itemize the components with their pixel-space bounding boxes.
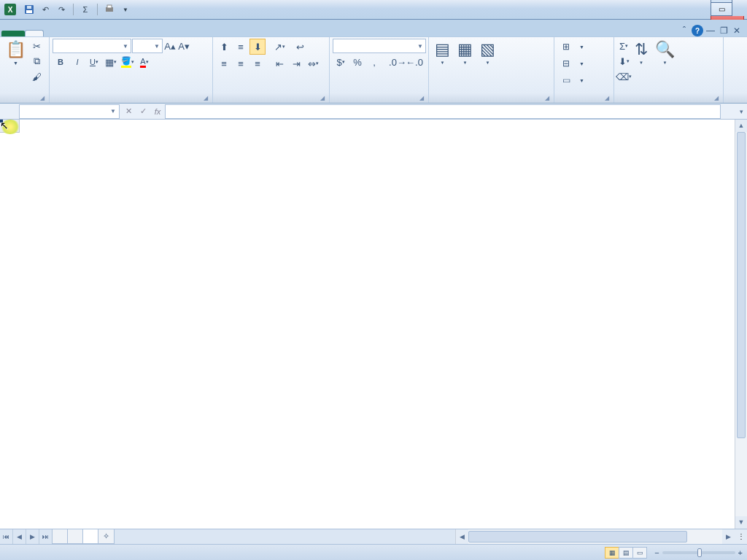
ribbon: 📋 ▼ ✂ ⧉ 🖌 ▼ ▼ A▴ A▾ B I U▾ (0, 36, 747, 104)
zoom-out-icon[interactable]: − (654, 548, 659, 557)
zoom-slider[interactable] (662, 551, 735, 554)
tab-home[interactable] (25, 30, 44, 36)
align-middle-icon[interactable]: ≡ (233, 39, 249, 55)
scroll-up-icon[interactable]: ▲ (735, 120, 747, 132)
decrease-indent-icon[interactable]: ⇤ (271, 55, 287, 71)
redo-icon[interactable]: ↷ (55, 4, 67, 15)
formula-input[interactable] (165, 104, 721, 119)
sort-filter-button[interactable]: ⇅▼ (632, 39, 651, 68)
group-clipboard-label (3, 101, 46, 103)
tab-page-layout[interactable] (61, 31, 79, 36)
align-top-icon[interactable]: ⬆ (216, 39, 232, 55)
conditional-formatting-button[interactable]: ▤▼ (432, 39, 453, 68)
cancel-entry-icon[interactable]: ✕ (121, 104, 136, 119)
spreadsheet-grid[interactable]: ↖ ▲ ▼ (0, 120, 747, 529)
sheet-nav-prev-icon[interactable]: ◀ (13, 529, 26, 544)
help-icon[interactable]: ? (692, 25, 703, 36)
expand-formula-bar-icon[interactable]: ▾ (735, 108, 747, 115)
accounting-icon[interactable]: $▾ (333, 54, 349, 70)
quick-access-toolbar: ↶ ↷ Σ ▼ (19, 4, 136, 15)
font-color-icon[interactable]: A▾ (136, 54, 152, 70)
view-normal-icon[interactable]: ▦ (605, 547, 619, 559)
tab-data[interactable] (96, 31, 114, 36)
scroll-right-icon[interactable]: ▶ (722, 529, 735, 544)
fill-button[interactable]: ⬇▾ (617, 54, 630, 69)
workbook-close-icon[interactable]: ✕ (731, 25, 743, 36)
grow-font-icon[interactable]: A▴ (163, 39, 177, 53)
autosum-button[interactable]: Σ▾ (617, 39, 630, 53)
fill-color-icon[interactable]: 🪣▾ (120, 54, 136, 70)
group-cells-label (557, 101, 611, 103)
underline-icon[interactable]: U▾ (86, 54, 102, 70)
view-page-break-icon[interactable]: ▭ (632, 547, 647, 559)
format-as-table-button[interactable]: ▦▼ (454, 39, 476, 68)
align-center-icon[interactable]: ≡ (233, 55, 249, 71)
tab-file[interactable] (1, 31, 25, 36)
zoom-in-icon[interactable]: + (738, 548, 743, 557)
shrink-font-icon[interactable]: A▾ (177, 39, 190, 53)
fx-icon[interactable]: fx (150, 104, 165, 119)
sheet-nav-first-icon[interactable]: ⏮ (0, 529, 13, 544)
split-handle-icon[interactable]: ⋮ (735, 529, 747, 544)
bold-icon[interactable]: B (53, 54, 69, 70)
format-cells-button[interactable]: ▭▼ (557, 72, 587, 88)
cut-icon[interactable]: ✂ (30, 39, 43, 53)
format-painter-icon[interactable]: 🖌 (30, 69, 43, 84)
align-left-icon[interactable]: ≡ (216, 55, 232, 71)
save-icon[interactable] (23, 4, 35, 15)
workbook-minimize-icon[interactable]: — (705, 25, 716, 36)
orientation-icon[interactable]: ↗▾ (271, 39, 287, 55)
number-format-combo[interactable]: ▼ (333, 39, 426, 53)
zoom-control[interactable]: − + (651, 548, 743, 557)
scroll-down-icon[interactable]: ▼ (735, 516, 747, 529)
cell-styles-button[interactable]: ▧▼ (477, 39, 498, 68)
italic-icon[interactable]: I (69, 54, 85, 70)
borders-icon[interactable]: ▦▾ (103, 54, 119, 70)
increase-decimal-icon[interactable]: .0→ (390, 54, 406, 70)
scroll-thumb[interactable] (737, 132, 746, 438)
enter-entry-icon[interactable]: ✓ (136, 104, 150, 119)
find-select-button[interactable]: 🔍▼ (652, 39, 678, 68)
sheet-tab-chart1[interactable] (52, 529, 68, 544)
sheet-nav-next-icon[interactable]: ▶ (26, 529, 39, 544)
view-page-layout-icon[interactable]: ▤ (619, 547, 633, 559)
sheet-tab-chart2[interactable] (67, 529, 83, 544)
copy-icon[interactable]: ⧉ (30, 54, 43, 69)
tab-formulas[interactable] (79, 31, 96, 36)
decrease-decimal-icon[interactable]: ←.0 (406, 54, 422, 70)
increase-indent-icon[interactable]: ⇥ (288, 55, 304, 71)
clear-button[interactable]: ⌫▾ (617, 69, 630, 84)
minimize-ribbon-icon[interactable]: ˆ (678, 25, 690, 36)
title-bar: X ↶ ↷ Σ ▼ — ▭ ✕ (0, 0, 747, 20)
paste-button[interactable]: 📋 ▼ (3, 39, 28, 69)
select-all-corner[interactable] (0, 120, 20, 133)
comma-icon[interactable]: , (366, 54, 382, 70)
maximize-button[interactable]: ▭ (711, 3, 732, 16)
font-name-combo[interactable]: ▼ (53, 39, 131, 53)
new-sheet-button[interactable]: ✧ (98, 529, 115, 544)
undo-icon[interactable]: ↶ (39, 4, 51, 15)
wrap-text-icon[interactable]: ↩ (292, 39, 308, 55)
font-size-combo[interactable]: ▼ (132, 39, 163, 53)
percent-icon[interactable]: % (349, 54, 365, 70)
tab-view[interactable] (131, 31, 149, 36)
merge-center-icon[interactable]: ⇔▾ (305, 55, 321, 71)
hscroll-thumb[interactable] (468, 531, 687, 542)
align-bottom-icon[interactable]: ⬇ (249, 39, 266, 55)
scroll-left-icon[interactable]: ◀ (456, 529, 468, 544)
vertical-scrollbar[interactable]: ▲ ▼ (735, 120, 747, 529)
insert-cells-button[interactable]: ⊞▼ (557, 39, 587, 55)
autosum-icon[interactable]: Σ (80, 4, 91, 15)
tab-insert[interactable] (44, 31, 61, 36)
delete-cells-button[interactable]: ⊟▼ (557, 55, 587, 71)
qat-customize-icon[interactable]: ▼ (120, 4, 131, 15)
workbook-restore-icon[interactable]: ❐ (718, 25, 729, 36)
sheet-tab-fur-prices[interactable] (82, 529, 98, 544)
svg-rect-1 (26, 10, 32, 13)
horizontal-scrollbar[interactable]: ◀ ▶ ⋮ (455, 529, 747, 544)
tab-review[interactable] (114, 31, 131, 36)
print-preview-icon[interactable] (104, 4, 115, 15)
sheet-nav-last-icon[interactable]: ⏭ (39, 529, 53, 544)
name-box[interactable]: ▼ (19, 104, 120, 119)
align-right-icon[interactable]: ≡ (249, 55, 266, 71)
